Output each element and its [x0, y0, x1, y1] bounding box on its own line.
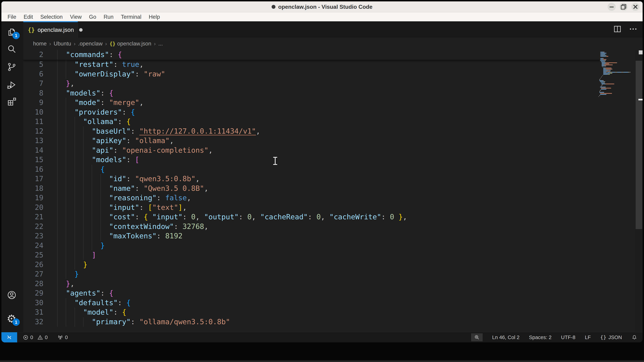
code-line[interactable]: 8 "models": { [23, 88, 601, 98]
code-text[interactable]: ] [57, 250, 96, 260]
remote-indicator[interactable] [2, 332, 17, 343]
menu-item-terminal[interactable]: Terminal [117, 14, 145, 20]
menu-item-run[interactable]: Run [100, 14, 117, 20]
code-text[interactable]: "ollama": { [57, 117, 131, 126]
code-line[interactable]: 29 "agents": { [23, 288, 601, 298]
scrollbar-thumb[interactable] [636, 61, 642, 229]
ports-indicator[interactable]: 0 [58, 335, 68, 340]
code-text[interactable]: "mode": "merge", [57, 98, 144, 107]
sticky-scroll[interactable]: 2 "commands": { [23, 50, 600, 60]
code-line[interactable]: 23 "maxTokens": 8192 [23, 231, 601, 241]
code-line[interactable]: 18 "name": "Qwen3.5 0.8B", [23, 184, 601, 193]
code-text[interactable]: "defaults": { [57, 298, 131, 308]
tab-openclaw-json[interactable]: {} openclaw.json [23, 21, 78, 37]
code-text[interactable]: "cost": { "input": 0, "output": 0, "cach… [57, 212, 407, 222]
code-line[interactable]: 7 }, [23, 79, 601, 88]
code-text[interactable]: "commands": { [57, 50, 122, 59]
code-line[interactable]: 32 "primary": "ollama/qwen3.5:0.8b" [23, 317, 601, 327]
code-line[interactable]: 5 "restart": true, [23, 60, 601, 69]
code-line[interactable]: 30 "defaults": { [23, 298, 601, 308]
code-text[interactable]: } [57, 269, 79, 279]
source-control-icon[interactable] [7, 62, 17, 72]
code-line[interactable]: 26 } [23, 260, 601, 270]
breadcrumb-item[interactable]: home [33, 40, 47, 47]
code-line[interactable]: 9 "mode": "merge", [23, 98, 601, 107]
code-line[interactable]: 24 } [23, 241, 601, 250]
code-text[interactable]: } [57, 260, 88, 270]
code-text[interactable]: "ownerDisplay": "raw" [57, 69, 165, 79]
code-text[interactable]: "models": { [57, 88, 114, 98]
breadcrumb-item[interactable]: ... [158, 40, 163, 47]
code-text[interactable]: "agents": { [57, 288, 114, 298]
code-text[interactable]: { [57, 165, 105, 174]
code-line[interactable]: 27 } [23, 269, 601, 279]
code-text[interactable]: "providers": { [57, 107, 135, 117]
code-text[interactable]: } [57, 241, 105, 250]
code-text[interactable]: "api": "openai-completions", [57, 145, 213, 155]
minimize-button[interactable] [608, 3, 616, 11]
more-actions-icon[interactable] [628, 24, 638, 33]
code-editor[interactable]: 5 "restart": true,6 "ownerDisplay": "raw… [23, 50, 642, 332]
accounts-icon[interactable] [7, 290, 17, 300]
code-line[interactable]: 14 "api": "openai-completions", [23, 145, 601, 155]
code-text[interactable]: "input": ["text"], [57, 203, 187, 212]
code-text[interactable]: }, [57, 279, 74, 289]
code-text[interactable]: }, [57, 79, 74, 88]
code-line[interactable]: 6 "ownerDisplay": "raw" [23, 69, 601, 79]
code-line[interactable]: 28 }, [23, 279, 601, 289]
problems-indicator[interactable]: 0 0 [23, 335, 48, 340]
minimap[interactable] [595, 50, 635, 332]
menu-item-selection[interactable]: Selection [36, 14, 66, 20]
code-line[interactable]: 10 "providers": { [23, 107, 601, 117]
code-text[interactable]: "apiKey": "ollama", [57, 136, 174, 145]
code-text[interactable]: "id": "qwen3.5:0.8b", [57, 174, 200, 184]
status-bar-right: Ln 46, Col 2 Spaces: 2 UTF-8 LF {} JSON [471, 333, 642, 341]
run-and-debug-icon[interactable] [7, 80, 17, 90]
breadcrumb-item[interactable]: .openclaw [78, 40, 103, 47]
zoom-indicator[interactable] [471, 333, 483, 341]
menu-item-help[interactable]: Help [145, 14, 164, 20]
cursor-position[interactable]: Ln 46, Col 2 [492, 335, 520, 340]
code-line[interactable]: 20 "input": ["text"], [23, 203, 601, 212]
code-text[interactable]: "name": "Qwen3.5 0.8B", [57, 184, 208, 193]
menu-item-go[interactable]: Go [86, 14, 100, 20]
menu-item-view[interactable]: View [66, 14, 86, 20]
code-line[interactable]: 31 "model": { [23, 308, 601, 317]
extensions-icon[interactable] [7, 96, 17, 107]
notifications-bell-icon[interactable] [632, 334, 637, 340]
menu-item-edit[interactable]: Edit [20, 14, 36, 20]
language-mode[interactable]: {} JSON [600, 334, 622, 340]
code-line[interactable]: 11 "ollama": { [23, 117, 601, 126]
close-button[interactable] [632, 3, 640, 11]
code-line[interactable]: 12 "baseUrl": "http://127.0.0.1:11434/v1… [23, 126, 601, 136]
eol-indicator[interactable]: LF [585, 335, 591, 340]
code-text[interactable]: "model": { [57, 308, 126, 317]
encoding-indicator[interactable]: UTF-8 [561, 335, 576, 340]
code-text[interactable]: "contextWindow": 32768, [57, 222, 208, 231]
code-text[interactable]: "models": [ [57, 155, 139, 165]
breadcrumb-item[interactable]: Ubuntu [54, 40, 71, 47]
code-text[interactable]: "primary": "ollama/qwen3.5:0.8b" [57, 317, 230, 327]
settings-gear-icon[interactable]: ⚙ 1 [7, 314, 17, 324]
code-line[interactable]: 15 "models": [ [23, 155, 601, 165]
code-text[interactable]: "reasoning": false, [57, 193, 191, 203]
code-line[interactable]: 13 "apiKey": "ollama", [23, 136, 601, 145]
search-icon[interactable] [7, 44, 17, 54]
code-line[interactable]: 19 "reasoning": false, [23, 193, 601, 203]
code-line[interactable]: 16 { [23, 165, 601, 174]
indentation-indicator[interactable]: Spaces: 2 [529, 335, 552, 340]
split-editor-icon[interactable] [613, 24, 622, 33]
code-line[interactable]: 22 "contextWindow": 32768, [23, 222, 601, 231]
menu-item-file[interactable]: File [4, 14, 20, 20]
code-text[interactable]: "maxTokens": 8192 [57, 231, 182, 241]
restore-button[interactable] [620, 3, 628, 11]
code-line[interactable]: 25 ] [23, 250, 601, 260]
code-text[interactable]: "baseUrl": "http://127.0.0.1:11434/v1", [57, 126, 260, 136]
breadcrumb-item[interactable]: {}openclaw.json [110, 40, 151, 47]
code-line[interactable]: 21 "cost": { "input": 0, "output": 0, "c… [23, 212, 601, 222]
tab-dirty-dot-icon[interactable] [79, 28, 82, 32]
code-line[interactable]: 17 "id": "qwen3.5:0.8b", [23, 174, 601, 184]
explorer-icon[interactable]: 1 [7, 27, 17, 37]
sticky-code-line[interactable]: 2 "commands": { [23, 50, 601, 59]
code-text[interactable]: "restart": true, [57, 60, 144, 69]
